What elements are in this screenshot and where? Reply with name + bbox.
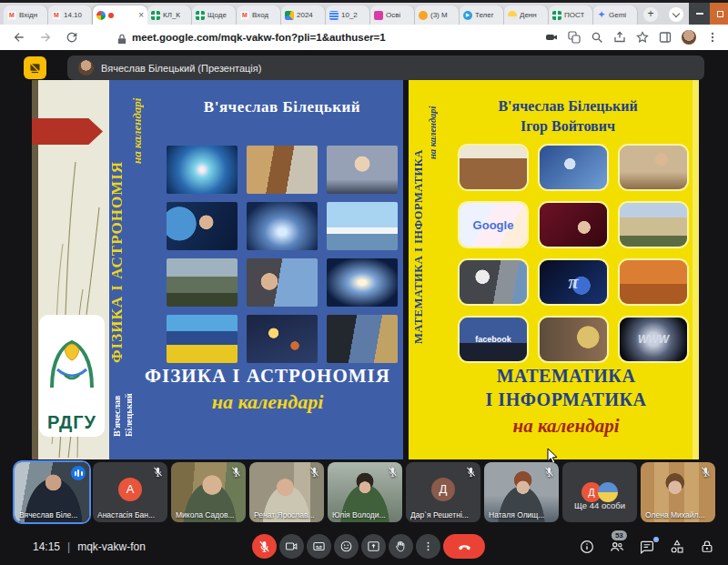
raise-hand-button[interactable] bbox=[389, 534, 413, 559]
minimize-button[interactable] bbox=[689, 3, 710, 25]
browser-tab-active-meet[interactable]: × bbox=[93, 5, 147, 25]
participant-tile[interactable]: Микола Садов... bbox=[171, 462, 246, 522]
people-button[interactable]: 53 bbox=[609, 538, 627, 556]
zoom-icon[interactable] bbox=[591, 31, 603, 44]
apple-ii-computer-photo bbox=[620, 260, 687, 304]
browser-tab[interactable]: 10_2 bbox=[326, 5, 370, 25]
browser-tab[interactable]: M14.10 bbox=[48, 5, 93, 25]
mic-off-icon bbox=[700, 465, 712, 477]
forward-icon[interactable] bbox=[38, 30, 53, 45]
presentation-icon[interactable] bbox=[24, 56, 46, 79]
book-subtitle: на календарі bbox=[449, 415, 683, 438]
mic-off-button[interactable] bbox=[252, 534, 277, 559]
url-text[interactable]: meet.google.com/mqk-vakw-fon?pli=1&authu… bbox=[132, 32, 386, 43]
solar-system-photo bbox=[247, 315, 318, 363]
tab-close-icon[interactable]: × bbox=[138, 11, 144, 20]
browser-tab[interactable]: Денн bbox=[504, 5, 549, 25]
profile-avatar[interactable] bbox=[682, 30, 696, 45]
new-tab-button[interactable]: + bbox=[643, 7, 658, 22]
browser-tab[interactable]: ▶Телег bbox=[460, 5, 504, 25]
participant-tile[interactable]: Наталя Олищ... bbox=[484, 462, 559, 522]
gmail-favicon-icon: M bbox=[52, 11, 61, 20]
robot-sculpture-photo bbox=[540, 146, 607, 189]
browser-tab[interactable]: 2024 bbox=[281, 5, 326, 25]
speaking-indicator-icon bbox=[71, 466, 86, 480]
participant-tile[interactable]: ААнастасія Бан... bbox=[93, 462, 167, 522]
host-controls-button[interactable] bbox=[699, 538, 717, 556]
participant-avatar: А bbox=[118, 478, 142, 501]
book-title-line-2: І ІНФОРМАТИКА bbox=[449, 389, 683, 410]
translate-icon[interactable] bbox=[568, 31, 581, 44]
participant-tile[interactable]: Олена Михайл... bbox=[641, 462, 715, 522]
mic-off-icon bbox=[258, 540, 271, 553]
browser-tab[interactable]: КЛ_К bbox=[147, 5, 192, 25]
browser-tab[interactable]: MВхідн bbox=[4, 5, 48, 25]
present-screen-button[interactable] bbox=[361, 534, 386, 559]
tab-title: Осві bbox=[386, 11, 400, 19]
facebook-billboard-photo-label: facebook bbox=[475, 336, 511, 344]
browser-menu-kebab-icon[interactable] bbox=[706, 31, 719, 44]
browser-tab[interactable]: Осві bbox=[370, 5, 415, 25]
media-control-icon[interactable] bbox=[545, 31, 558, 44]
drive-favicon-icon bbox=[285, 11, 294, 20]
browser-tab[interactable]: ПОСТ bbox=[549, 5, 593, 25]
address-bar[interactable]: meet.google.com/mqk-vakw-fon?pli=1&authu… bbox=[117, 32, 386, 43]
browser-tab[interactable]: Щоде bbox=[192, 5, 237, 25]
info-button[interactable] bbox=[579, 538, 597, 556]
panel-controls: 53 bbox=[579, 528, 717, 565]
captions-button[interactable] bbox=[307, 534, 331, 559]
browser-tab[interactable]: ✦Gemi bbox=[593, 5, 638, 25]
mail-orange-favicon-icon bbox=[419, 11, 428, 20]
end-call-icon bbox=[458, 540, 471, 553]
sheets-favicon-icon bbox=[552, 11, 561, 20]
participant-tile[interactable]: Юлія Володи... bbox=[328, 462, 402, 522]
presenter-label: Вячеслав Білецький (Презентація) bbox=[101, 63, 261, 74]
participant-name: Дар`я Решетні... bbox=[410, 510, 469, 520]
galaxy-photo bbox=[327, 258, 398, 307]
activities-button[interactable] bbox=[669, 538, 687, 556]
www-symbol-photo-label: WWW bbox=[638, 334, 669, 345]
spine-author-line: В'ячеслав bbox=[112, 335, 122, 437]
book-author-2: Ігор Войтович bbox=[445, 118, 691, 135]
mic-off-icon bbox=[387, 465, 399, 477]
kravchuk-portrait-photo bbox=[540, 203, 607, 247]
bookmark-star-icon[interactable] bbox=[636, 31, 649, 44]
google-logo-photo-label: Google bbox=[473, 219, 514, 231]
camera-icon bbox=[285, 540, 298, 553]
reactions-button[interactable] bbox=[334, 534, 359, 559]
side-panel-icon[interactable] bbox=[659, 31, 672, 44]
facebook-billboard-photo: facebook bbox=[460, 318, 527, 361]
more-options-button[interactable] bbox=[416, 534, 440, 559]
participant-tile[interactable]: Ренат Ярослав... bbox=[249, 462, 324, 522]
supernova-nebula-photo bbox=[167, 146, 238, 194]
tab-title: 2024 bbox=[297, 11, 313, 19]
tab-title: Денн bbox=[520, 11, 537, 19]
mic-off-icon bbox=[230, 465, 242, 477]
reload-icon[interactable] bbox=[65, 30, 79, 45]
separator: | bbox=[67, 540, 70, 553]
chat-button[interactable] bbox=[639, 538, 657, 556]
participant-tile[interactable]: ДДар`я Решетні... bbox=[406, 462, 480, 522]
participant-tile[interactable]: Вячеслав Біле... bbox=[15, 462, 89, 522]
participant-name: Ренат Ярослав... bbox=[254, 510, 315, 520]
red-ribbon bbox=[32, 118, 103, 145]
browser-tab[interactable]: MВход bbox=[237, 5, 281, 25]
meeting-code: mqk-vakw-fon bbox=[77, 540, 146, 553]
paton-helicopter-photo bbox=[247, 258, 318, 307]
presenter-banner: Вячеслав Білецький (Презентація) bbox=[67, 55, 704, 80]
tab-title: Телег bbox=[475, 11, 494, 19]
mic-off-icon bbox=[152, 465, 164, 477]
camera-button[interactable] bbox=[279, 534, 304, 559]
ampere-portrait-photo bbox=[327, 146, 398, 194]
end-call-button[interactable] bbox=[443, 534, 485, 559]
participant-tile[interactable]: ДЩе 44 особи bbox=[562, 462, 637, 522]
captions-icon bbox=[312, 540, 326, 553]
meet-favicon-icon bbox=[96, 11, 106, 20]
browser-tab[interactable]: (3) М bbox=[415, 5, 460, 25]
maximize-button[interactable] bbox=[710, 3, 728, 25]
solar-panels-field-photo bbox=[167, 315, 238, 363]
share-icon[interactable] bbox=[613, 31, 626, 44]
tab-search-chevron-icon[interactable] bbox=[669, 7, 683, 22]
back-icon[interactable] bbox=[12, 30, 26, 45]
present-screen-icon bbox=[367, 540, 380, 553]
